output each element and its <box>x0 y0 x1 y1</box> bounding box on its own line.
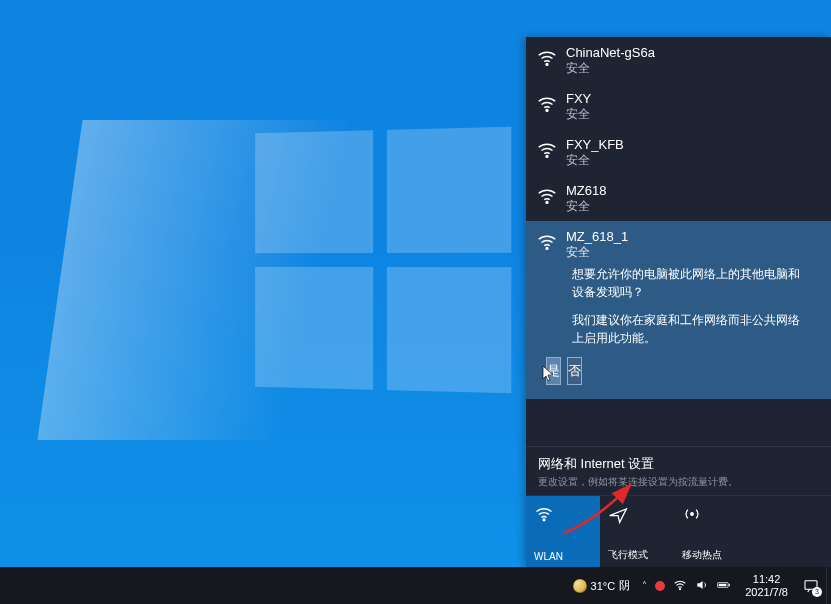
taskbar-clock[interactable]: 11:42 2021/7/8 <box>737 573 796 599</box>
prompt-question: 想要允许你的电脑被此网络上的其他电脑和设备发现吗？ <box>572 265 809 301</box>
prompt-recommendation: 我们建议你在家庭和工作网络而非公共网络上启用此功能。 <box>572 311 809 347</box>
tray-chevron-icon[interactable]: ˄ <box>642 580 647 591</box>
svg-point-1 <box>546 110 548 112</box>
wifi-icon <box>536 47 562 73</box>
tile-label: 移动热点 <box>682 548 740 562</box>
network-settings-link[interactable]: 网络和 Internet 设置 更改设置，例如将某连接设置为按流量计费。 <box>526 446 831 491</box>
svg-rect-9 <box>729 583 730 585</box>
notification-badge: 3 <box>812 587 822 597</box>
network-ssid: MZ618 <box>566 183 606 199</box>
network-flyout: ChinaNet-gS6a 安全 FXY 安全 FXY_KFB <box>526 37 831 567</box>
tile-hotspot[interactable]: 移动热点 <box>674 496 748 568</box>
network-security: 安全 <box>566 61 655 75</box>
settings-subtitle: 更改设置，例如将某连接设置为按流量计费。 <box>538 475 819 489</box>
taskbar: 31°C 阴 ˄ 11:42 2021/7/8 3 <box>0 567 831 604</box>
network-ssid: FXY_KFB <box>566 137 624 153</box>
tile-airplane[interactable]: 飞行模式 <box>600 496 674 568</box>
wifi-icon <box>536 139 562 165</box>
network-security: 安全 <box>566 153 624 167</box>
tile-wlan[interactable]: WLAN <box>526 496 600 568</box>
network-discovery-prompt: 想要允许你的电脑被此网络上的其他电脑和设备发现吗？ 我们建议你在家庭和工作网络而… <box>536 259 821 347</box>
network-item[interactable]: ChinaNet-gS6a 安全 <box>526 37 831 83</box>
quick-tiles: WLAN 飞行模式 移动热点 <box>526 495 831 567</box>
network-tray-icon[interactable] <box>673 578 687 594</box>
tile-label: WLAN <box>534 551 592 562</box>
taskbar-weather[interactable]: 31°C 阴 <box>567 578 637 593</box>
network-ssid: MZ_618_1 <box>566 229 628 245</box>
system-tray: ˄ <box>636 578 737 594</box>
no-button[interactable]: 否 <box>567 357 582 385</box>
network-ssid: ChinaNet-gS6a <box>566 45 655 61</box>
network-item[interactable]: FXY 安全 <box>526 83 831 129</box>
svg-point-7 <box>680 588 681 589</box>
weather-temp: 31°C <box>591 580 616 592</box>
action-center-icon[interactable]: 3 <box>802 577 820 595</box>
weather-cond: 阴 <box>619 578 630 593</box>
wifi-icon <box>536 93 562 119</box>
tile-label: 飞行模式 <box>608 548 666 562</box>
settings-title: 网络和 Internet 设置 <box>538 455 819 473</box>
wifi-icon <box>536 185 562 211</box>
desktop: ChinaNet-gS6a 安全 FXY 安全 FXY_KFB <box>0 0 831 604</box>
network-item[interactable]: FXY_KFB 安全 <box>526 129 831 175</box>
svg-point-2 <box>546 156 548 158</box>
no-label: 否 <box>568 362 581 380</box>
svg-point-0 <box>546 64 548 66</box>
network-item[interactable]: MZ618 安全 <box>526 175 831 221</box>
weather-icon <box>573 579 587 593</box>
network-security: 安全 <box>566 199 606 213</box>
svg-point-6 <box>691 513 694 516</box>
wifi-icon <box>536 231 562 257</box>
wifi-icon <box>534 504 592 526</box>
network-item-selected[interactable]: MZ_618_1 安全 想要允许你的电脑被此网络上的其他电脑和设备发现吗？ 我们… <box>526 221 831 399</box>
show-desktop-button[interactable] <box>826 567 831 604</box>
network-security: 安全 <box>566 107 591 121</box>
clock-date: 2021/7/8 <box>745 586 788 599</box>
network-list: ChinaNet-gS6a 安全 FXY 安全 FXY_KFB <box>526 37 831 446</box>
battery-icon[interactable] <box>717 578 731 594</box>
hotspot-icon <box>682 504 740 526</box>
airplane-icon <box>608 504 666 526</box>
volume-icon[interactable] <box>695 578 709 594</box>
svg-rect-10 <box>719 583 727 585</box>
svg-point-3 <box>546 202 548 204</box>
yes-button[interactable]: 是 <box>546 357 561 385</box>
svg-point-5 <box>543 519 545 521</box>
cursor-icon <box>542 365 556 386</box>
network-security: 安全 <box>566 245 628 259</box>
windows-logo <box>255 127 511 394</box>
svg-point-4 <box>546 248 548 250</box>
clock-time: 11:42 <box>745 573 788 586</box>
network-ssid: FXY <box>566 91 591 107</box>
record-icon[interactable] <box>655 581 665 591</box>
